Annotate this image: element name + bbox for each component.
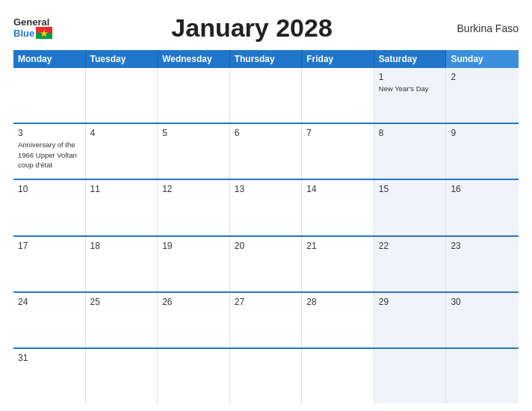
cal-cell: 18 (86, 237, 158, 291)
cal-cell: 3Anniversary of the 1966 Upper Voltan co… (13, 124, 86, 179)
day-number: 2 (451, 72, 514, 82)
col-wednesday: Wednesday (158, 50, 230, 68)
cal-cell: 27 (230, 293, 303, 347)
day-number: 27 (235, 297, 297, 307)
cal-cell: 21 (302, 237, 374, 291)
cal-cell: 15 (374, 180, 447, 235)
day-number: 22 (379, 241, 442, 251)
col-monday: Monday (13, 50, 86, 68)
cal-cell: 1New Year's Day (374, 68, 447, 123)
day-number: 15 (379, 184, 442, 194)
cal-cell (158, 68, 230, 123)
calendar-header: Monday Tuesday Wednesday Thursday Friday… (13, 50, 519, 68)
cal-cell: 4 (86, 124, 158, 179)
day-number: 5 (162, 128, 225, 138)
logo: General Blue (13, 17, 52, 39)
page-title: January 2028 (52, 13, 451, 43)
col-saturday: Saturday (374, 50, 447, 68)
cal-cell: 5 (158, 124, 230, 179)
cal-cell: 10 (13, 180, 86, 235)
day-number: 12 (162, 184, 225, 194)
day-number: 7 (306, 128, 369, 138)
calendar-body: 1New Year's Day23Anniversary of the 1966… (13, 68, 519, 404)
day-number: 4 (90, 128, 153, 138)
cal-cell: 13 (230, 180, 303, 235)
day-number: 8 (379, 128, 442, 138)
cal-cell (230, 349, 303, 404)
cal-cell (446, 349, 519, 404)
cal-cell (302, 349, 374, 404)
logo-flag-icon (36, 27, 52, 39)
day-number: 30 (451, 297, 514, 307)
cal-cell (86, 68, 158, 123)
day-number: 25 (90, 297, 153, 307)
cal-cell: 12 (158, 180, 230, 235)
day-number: 6 (235, 128, 297, 138)
day-number: 21 (306, 241, 369, 251)
calendar-week-3: 10111213141516 (13, 180, 519, 236)
day-number: 20 (235, 241, 297, 251)
day-number: 10 (18, 184, 81, 194)
day-number: 31 (18, 353, 81, 363)
cal-cell: 25 (86, 293, 158, 347)
cal-cell (374, 349, 447, 404)
cal-cell (13, 68, 86, 123)
calendar-week-5: 24252627282930 (13, 293, 519, 349)
cal-cell: 24 (13, 293, 86, 347)
cal-cell: 28 (302, 293, 374, 347)
cal-cell (158, 349, 230, 404)
day-number: 28 (306, 297, 369, 307)
cal-cell: 16 (446, 180, 519, 235)
calendar: Monday Tuesday Wednesday Thursday Friday… (13, 50, 519, 404)
col-sunday: Sunday (446, 50, 519, 68)
cal-cell: 7 (302, 124, 374, 179)
cal-cell: 20 (230, 237, 303, 291)
holiday-label: Anniversary of the 1966 Upper Voltan cou… (18, 140, 77, 169)
calendar-week-2: 3Anniversary of the 1966 Upper Voltan co… (13, 124, 519, 180)
cal-cell (302, 68, 374, 123)
col-friday: Friday (302, 50, 374, 68)
cal-cell: 26 (158, 293, 230, 347)
cal-cell: 31 (13, 349, 86, 404)
cal-cell: 8 (374, 124, 447, 179)
day-number: 13 (235, 184, 297, 194)
cal-cell: 9 (446, 124, 519, 179)
day-number: 18 (90, 241, 153, 251)
cal-cell (86, 349, 158, 404)
cal-cell: 22 (374, 237, 447, 291)
cal-cell: 29 (374, 293, 447, 347)
day-number: 14 (306, 184, 369, 194)
day-number: 1 (379, 72, 442, 82)
day-number: 23 (451, 241, 514, 251)
col-thursday: Thursday (230, 50, 303, 68)
cal-cell: 11 (86, 180, 158, 235)
col-tuesday: Tuesday (86, 50, 158, 68)
cal-cell: 6 (230, 124, 303, 179)
day-number: 24 (18, 297, 81, 307)
calendar-week-4: 17181920212223 (13, 237, 519, 293)
cal-cell: 23 (446, 237, 519, 291)
day-number: 16 (451, 184, 514, 194)
cal-cell: 19 (158, 237, 230, 291)
header: General Blue January 2028 Burkina Faso (13, 13, 519, 43)
calendar-week-6: 31 (13, 349, 519, 404)
cal-cell: 17 (13, 237, 86, 291)
logo-blue-text: Blue (13, 28, 34, 38)
day-number: 3 (18, 128, 81, 138)
day-number: 9 (451, 128, 514, 138)
day-number: 19 (162, 241, 225, 251)
cal-cell: 14 (302, 180, 374, 235)
holiday-label: New Year's Day (379, 84, 429, 93)
country-label: Burkina Faso (451, 22, 519, 34)
cal-cell: 30 (446, 293, 519, 347)
cal-cell (230, 68, 303, 123)
day-number: 26 (162, 297, 225, 307)
calendar-page: General Blue January 2028 Burkina Faso M… (0, 0, 532, 411)
logo-general-text: General (13, 17, 49, 27)
day-number: 11 (90, 184, 153, 194)
day-number: 17 (18, 241, 81, 251)
day-number: 29 (379, 297, 442, 307)
cal-cell: 2 (446, 68, 519, 123)
calendar-week-1: 1New Year's Day2 (13, 68, 519, 124)
